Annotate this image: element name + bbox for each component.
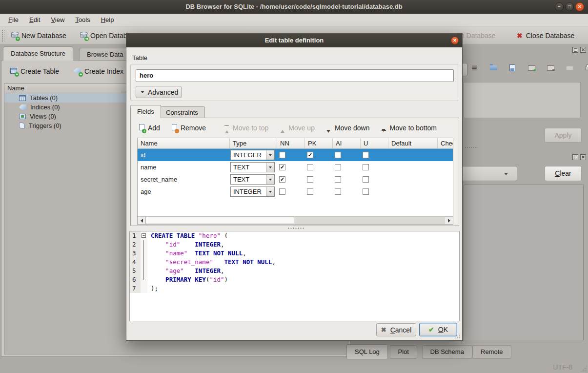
column-header-pk[interactable]: PK bbox=[305, 138, 333, 149]
tab-constraints[interactable]: Constraints bbox=[159, 106, 205, 118]
create-table-button[interactable]: + Create Table bbox=[6, 65, 63, 78]
fold-marker-icon[interactable]: − bbox=[142, 233, 146, 238]
menu-file[interactable]: File bbox=[3, 14, 24, 26]
clear-log-button[interactable]: Clear bbox=[545, 166, 582, 181]
u-checkbox[interactable] bbox=[363, 152, 369, 158]
bottom-tab-db-schema[interactable]: DB Schema bbox=[422, 345, 472, 359]
pk-checkbox[interactable] bbox=[307, 176, 313, 183]
column-header-u[interactable]: U bbox=[361, 138, 388, 149]
type-combobox[interactable]: INTEGER bbox=[230, 186, 275, 197]
tab-browse-data[interactable]: Browse Data bbox=[79, 48, 131, 61]
add-field-button[interactable]: + Add bbox=[136, 124, 163, 132]
window-resize-grip[interactable] bbox=[580, 365, 587, 372]
scroll-right-icon[interactable] bbox=[445, 217, 453, 224]
maximize-button[interactable]: □ bbox=[565, 2, 574, 11]
default-cell[interactable] bbox=[388, 186, 438, 198]
menu-edit[interactable]: Edit bbox=[24, 14, 45, 26]
column-header-default[interactable]: Default bbox=[388, 138, 438, 149]
nn-checkbox[interactable] bbox=[279, 188, 285, 195]
bottom-tab-sql-log[interactable]: SQL Log bbox=[346, 344, 388, 359]
field-row-name[interactable]: nameTEXT✓ bbox=[138, 161, 453, 173]
hscrollbar-thumb[interactable] bbox=[145, 217, 294, 224]
print-icon[interactable] bbox=[584, 63, 588, 72]
dock-close-icon[interactable]: ✕ bbox=[580, 154, 586, 160]
ai-checkbox[interactable] bbox=[335, 164, 341, 170]
bottom-tab-plot[interactable]: Plot bbox=[390, 345, 417, 359]
move-down-button[interactable]: Move down bbox=[323, 124, 373, 132]
type-combobox[interactable]: INTEGER bbox=[230, 150, 275, 160]
check-cell[interactable] bbox=[438, 149, 453, 161]
nn-checkbox[interactable]: ✓ bbox=[279, 164, 285, 170]
tab-database-structure[interactable]: Database Structure bbox=[3, 46, 73, 61]
tab-fields[interactable]: Fields bbox=[130, 105, 161, 118]
chevron-down-icon[interactable] bbox=[266, 150, 274, 160]
u-checkbox[interactable] bbox=[363, 176, 369, 183]
minimize-button[interactable]: − bbox=[555, 2, 564, 11]
field-name[interactable]: name bbox=[138, 161, 230, 173]
chevron-down-icon[interactable] bbox=[266, 175, 274, 184]
type-combobox[interactable]: TEXT bbox=[230, 174, 275, 185]
dock-float-icon[interactable] bbox=[572, 154, 578, 160]
default-cell[interactable] bbox=[388, 173, 438, 186]
menu-view[interactable]: View bbox=[45, 14, 70, 26]
default-cell[interactable] bbox=[388, 161, 438, 173]
column-header-name[interactable]: Name bbox=[138, 138, 230, 149]
link-icon[interactable]: ∞ bbox=[546, 63, 555, 72]
pk-checkbox[interactable]: ✓ bbox=[307, 152, 313, 158]
pk-checkbox[interactable] bbox=[307, 188, 313, 195]
save-export-icon[interactable] bbox=[508, 63, 517, 72]
new-database-button[interactable]: + New Database bbox=[7, 28, 71, 43]
ok-button[interactable]: ✔ OK bbox=[419, 323, 457, 336]
field-row-secret_name[interactable]: secret_nameTEXT✓ bbox=[138, 173, 453, 186]
close-button[interactable]: ✕ bbox=[575, 2, 584, 11]
nn-checkbox[interactable]: ✓ bbox=[279, 176, 285, 183]
check-cell[interactable] bbox=[438, 161, 453, 173]
field-row-id[interactable]: idINTEGER✓ bbox=[138, 149, 453, 161]
chevron-down-icon[interactable] bbox=[266, 163, 274, 172]
cell-editor-textarea[interactable] bbox=[464, 82, 581, 118]
field-name[interactable]: secret_name bbox=[138, 173, 230, 186]
text-mode-icon[interactable]: ≣ bbox=[470, 63, 479, 72]
column-header-type[interactable]: Type bbox=[230, 138, 277, 149]
dock-close-icon[interactable]: ✕ bbox=[580, 47, 586, 53]
bottom-tab-remote[interactable]: Remote bbox=[472, 345, 511, 359]
dialog-splitter-handle[interactable] bbox=[287, 227, 304, 229]
scroll-left-icon[interactable] bbox=[138, 217, 145, 224]
advanced-toggle-button[interactable]: Advanced bbox=[136, 86, 182, 98]
menu-help[interactable]: Help bbox=[96, 14, 120, 26]
dialog-close-button[interactable]: ✕ bbox=[451, 37, 459, 44]
check-cell[interactable] bbox=[438, 186, 453, 198]
create-index-button[interactable]: + Create Index bbox=[70, 65, 127, 78]
pk-checkbox[interactable] bbox=[307, 164, 313, 170]
table-name-input[interactable]: hero bbox=[136, 69, 454, 82]
field-row-age[interactable]: ageINTEGER bbox=[138, 186, 453, 198]
cancel-button[interactable]: ✖ Cancel bbox=[376, 323, 416, 336]
import-open-icon[interactable] bbox=[489, 63, 498, 72]
field-name[interactable]: age bbox=[138, 186, 230, 198]
fields-grid-hscrollbar[interactable] bbox=[138, 216, 453, 224]
chevron-down-icon[interactable] bbox=[266, 187, 274, 196]
dock-splitter-handle[interactable] bbox=[465, 146, 477, 148]
move-to-bottom-button[interactable]: Move to bottom bbox=[378, 124, 441, 132]
u-checkbox[interactable] bbox=[363, 188, 369, 195]
toolbar-drag-handle[interactable] bbox=[1, 29, 4, 42]
u-checkbox[interactable] bbox=[363, 164, 369, 170]
dock-float-icon[interactable] bbox=[572, 47, 578, 53]
sql-preview[interactable]: 1−CREATE TABLE "hero" (2 "id" INTEGER,3 … bbox=[129, 231, 460, 321]
ai-checkbox[interactable] bbox=[335, 152, 341, 158]
ai-checkbox[interactable] bbox=[335, 176, 341, 183]
open-in-app-icon[interactable]: ➜ bbox=[527, 63, 536, 72]
nn-checkbox[interactable] bbox=[279, 152, 285, 158]
column-header-check[interactable]: Check bbox=[438, 138, 453, 149]
type-combobox[interactable]: TEXT bbox=[230, 162, 275, 172]
check-cell[interactable] bbox=[438, 173, 453, 186]
field-name[interactable]: id bbox=[138, 149, 230, 161]
column-header-ai[interactable]: AI bbox=[333, 138, 361, 149]
close-database-button[interactable]: ✖ Close Database bbox=[512, 28, 579, 43]
ai-checkbox[interactable] bbox=[335, 188, 341, 195]
sql-log-area[interactable] bbox=[464, 185, 584, 340]
remove-field-button[interactable]: − Remove bbox=[168, 124, 209, 132]
column-header-nn[interactable]: NN bbox=[277, 138, 305, 149]
menu-tools[interactable]: Tools bbox=[70, 14, 95, 26]
default-cell[interactable] bbox=[388, 149, 438, 161]
